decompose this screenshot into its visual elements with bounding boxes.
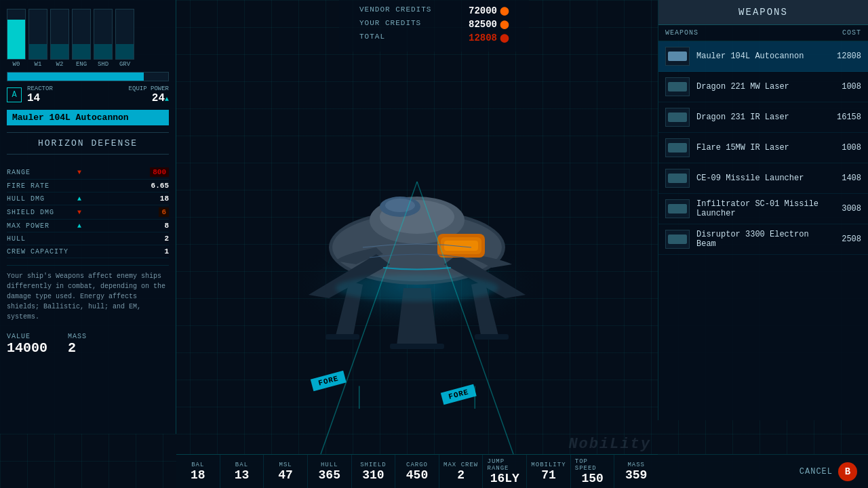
ship-display (241, 85, 593, 369)
ship-viewport: FORE FORE (176, 0, 658, 454)
weapon-item-0[interactable]: Mauler 104L Autocannon 12808 (658, 41, 868, 72)
stat-max-crew: MAX CREW 2 (439, 455, 484, 488)
weapon-item-6[interactable]: Disruptor 3300 Electron Beam 2508 (658, 224, 868, 255)
weapon-item-1[interactable]: Dragon 221 MW Laser 1008 (658, 72, 868, 102)
power-bar-w0[interactable]: W0 (7, 9, 26, 68)
stat-shield-dmg: SHIELD DMG ▼ 6 (7, 205, 169, 220)
stat-top-speed: TOP SPEED 150 (571, 455, 615, 488)
stat-crew-capacity: CREW CAPACITY 1 (7, 245, 169, 258)
svg-point-11 (336, 274, 498, 302)
weapon-description: Your ship's Weapons affect enemy ships d… (7, 265, 169, 322)
power-bar-shd[interactable]: SHD (94, 9, 113, 68)
stat-bal2: BAL 13 (220, 455, 264, 488)
stat-mass-bar: MASS 359 (614, 455, 658, 488)
stat-jump-range: JUMP RANGE 16LY (483, 455, 527, 488)
stat-fire-rate: FIRE RATE 6.65 (7, 180, 169, 192)
energy-bar (7, 72, 169, 81)
stat-mobility: MOBILITY 71 (527, 455, 571, 488)
manufacturer-logo: HORIZON DEFENSE (7, 132, 169, 155)
watermark: NobiLity (568, 436, 651, 453)
stat-hull-bar: HULL 365 (308, 455, 352, 488)
power-bar-w1[interactable]: W1 (28, 9, 47, 68)
bottom-stats-bar: BAL 18 BAL 13 MSL 47 HULL 365 SHIELD 310… (176, 454, 658, 488)
svg-rect-10 (444, 241, 478, 251)
cancel-area: CANCEL B (658, 454, 868, 488)
stat-hull: HULL 2 (7, 232, 169, 245)
stat-bal1: BAL 18 (176, 455, 220, 488)
svg-rect-5 (326, 334, 359, 340)
svg-rect-7 (390, 344, 444, 349)
weapon-item-2[interactable]: Dragon 231 IR Laser 16158 (658, 102, 868, 133)
left-panel: W0 W1 W2 ENG SHD (0, 0, 176, 434)
weapons-column-headers: WEAPONS COST (658, 25, 868, 41)
power-bar-w2[interactable]: W2 (50, 9, 69, 68)
weapon-stats-table: RANGE ▼ 800 FIRE RATE 6.65 HULL DMG ▲ 18… (7, 165, 169, 258)
stat-max-power: MAX POWER ▲ 8 (7, 220, 169, 232)
power-bar-eng[interactable]: ENG (72, 9, 91, 68)
credits-display: VENDOR CREDITS 72000⬤ YOUR CREDITS 82500… (339, 0, 529, 52)
svg-rect-6 (475, 334, 509, 340)
value-mass-row: VALUE 14000 MASS 2 (7, 333, 169, 356)
stat-cargo: CARGO 450 (395, 455, 439, 488)
weapon-icon-3 (665, 138, 690, 157)
weapons-panel-title: WEAPONS (658, 0, 868, 25)
stat-hull-dmg: HULL DMG ▲ 18 (7, 192, 169, 205)
weapon-icon-2 (665, 108, 690, 127)
stat-msl: MSL 47 (264, 455, 308, 488)
fore-label-2: FORE (440, 384, 476, 404)
weapons-panel: WEAPONS WEAPONS COST Mauler 104L Autocan… (658, 0, 868, 420)
weapon-icon-4 (665, 169, 690, 188)
power-bar-grv[interactable]: GRV (115, 9, 134, 68)
fore-label-1: FORE (310, 370, 346, 390)
cancel-button[interactable]: B (838, 462, 857, 481)
selected-weapon-display: Mauler 104L Autocannon (7, 110, 169, 125)
weapon-item-5[interactable]: Infiltrator SC-01 Missile Launcher 3008 (658, 194, 868, 224)
stat-shield-bar: SHIELD 310 (352, 455, 396, 488)
weapon-item-3[interactable]: Flare 15MW IR Laser 1008 (658, 133, 868, 163)
reactor-row: A REACTOR 14 EQUIP POWER 24▲ (7, 85, 169, 104)
stat-range: RANGE ▼ 800 (7, 165, 169, 180)
your-credits-row: YOUR CREDITS 82500⬤ (359, 19, 509, 30)
svg-point-13 (385, 199, 415, 212)
weapon-icon-0 (665, 47, 690, 66)
total-credits-row: TOTAL 12808⬤ (359, 33, 509, 43)
reactor-icon: A (7, 87, 22, 102)
weapon-item-4[interactable]: CE-09 Missile Launcher 1408 (658, 163, 868, 194)
weapon-icon-1 (665, 77, 690, 96)
weapon-icon-5 (665, 199, 690, 218)
vendor-credits-row: VENDOR CREDITS 72000⬤ (359, 5, 509, 16)
weapon-icon-6 (665, 230, 690, 249)
power-bars: W0 W1 W2 ENG SHD (7, 7, 169, 68)
